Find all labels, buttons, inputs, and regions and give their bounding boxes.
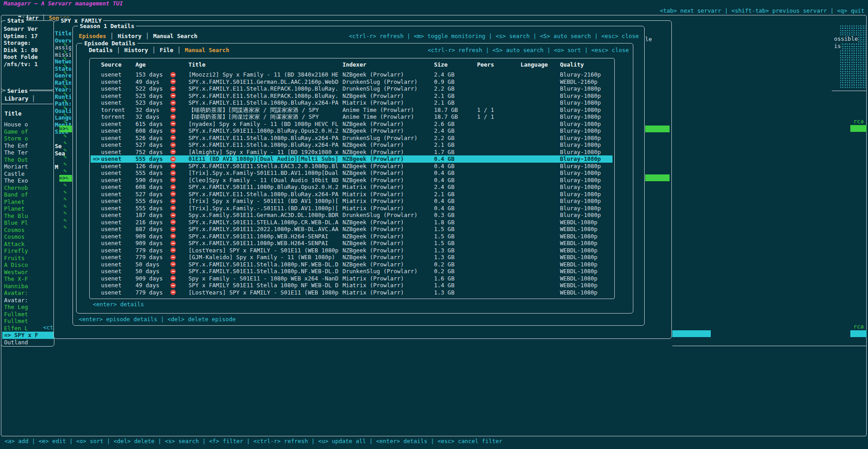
cell-size: 1.3 GB xyxy=(434,289,476,296)
search-result-row[interactable]: usenet779 days[LostYears] SPY x FAMILY -… xyxy=(90,247,614,254)
search-result-row[interactable]: usenet555 days[Trix].Spy.x.Family-S01E11… xyxy=(90,169,614,177)
search-result-row[interactable]: usenet522 daysSPY.x.FAMILY.E11.Stella.RE… xyxy=(90,85,614,92)
search-result-row[interactable]: usenet909 daysSpy x Family - S01E11 - 10… xyxy=(90,275,614,282)
search-result-row[interactable]: usenet887 daysSPY.x.FAMILY.S01E11.2022.1… xyxy=(90,226,614,233)
series-row[interactable]: Outland xyxy=(2,339,54,346)
tab-file[interactable]: File xyxy=(159,47,173,54)
tab-episodes[interactable]: Episodes xyxy=(79,33,106,40)
tab-history[interactable]: History xyxy=(124,47,148,54)
series-row[interactable]: The Out xyxy=(2,156,54,164)
search-result-row[interactable]: usenet216 daysSPY.x.FAMILY.S01E11.STELLA… xyxy=(90,219,614,226)
tab-library[interactable]: Library │ xyxy=(5,95,35,102)
series-row[interactable]: Castle xyxy=(2,170,54,178)
search-result-row[interactable]: usenet187 daysSpy.x.Family.S01E11.German… xyxy=(90,212,614,219)
search-result-row[interactable]: usenet527 daysSPY.x.FAMILY.E11.Stella.10… xyxy=(90,141,614,149)
search-result-row[interactable]: usenet608 daysSPY.x.FAMILY.S01E11.1080p.… xyxy=(90,183,614,191)
series-row[interactable]: Firefly xyxy=(2,247,54,255)
search-result-row[interactable]: usenet615 days[nyadex] Spy x Family - 11… xyxy=(90,121,614,128)
search-result-row[interactable]: usenet526 daysSPY.x.FAMILY.E11.Stella.10… xyxy=(90,135,614,142)
cell-source: usenet xyxy=(101,149,134,156)
series-row[interactable]: Fullmet xyxy=(2,311,54,318)
series-row[interactable]: Cosmos xyxy=(2,233,54,241)
app-title: Managarr — A Servarr management TUI xyxy=(4,0,123,7)
search-result-row[interactable]: usenet49 daysSPY.x.FAMILY.S01E11.German.… xyxy=(90,78,614,86)
search-result-row[interactable]: usenet909 daysSPY.x.FAMILY.S01E11.1080p.… xyxy=(90,240,614,247)
cell-language xyxy=(521,205,559,212)
column-header-title[interactable]: Title xyxy=(188,61,206,68)
search-result-row[interactable]: usenet50 daysSPY.x.FAMILY.S01E11.Stella.… xyxy=(90,261,614,268)
search-result-row[interactable]: usenet523 daysSPY.x.FAMILY.E11.Stella.RE… xyxy=(90,92,614,100)
stats-line: /nfs/tv: 1 xyxy=(4,61,52,68)
selected-episode-row-fragment[interactable]: =>✎ xyxy=(59,175,72,182)
series-row[interactable]: Attack xyxy=(2,241,54,248)
column-header-quality[interactable]: Quality xyxy=(560,61,584,68)
series-row[interactable]: The X-F xyxy=(2,275,54,283)
series-row[interactable]: The Ter xyxy=(2,149,54,156)
tab-history[interactable]: History xyxy=(118,33,142,40)
monitored-icon: ✎ xyxy=(63,203,67,210)
column-header-size[interactable]: Size xyxy=(434,61,448,68)
series-row[interactable]: Hanniba xyxy=(2,283,54,290)
search-result-row[interactable]: usenet779 days[GJM-Kaleido] Spy x Family… xyxy=(90,254,614,261)
series-row[interactable]: The Enf xyxy=(2,142,54,150)
series-row[interactable]: The Blu xyxy=(2,212,54,220)
search-result-row[interactable]: usenet555 days[Trix].Spy.x.Family.-.S01E… xyxy=(90,205,614,212)
season-details-modal-title: Season 1 Details xyxy=(78,23,136,30)
series-row[interactable]: Storm o xyxy=(2,135,54,142)
monitored-icon: ✎ xyxy=(63,48,67,55)
series-row[interactable]: Blue Pl xyxy=(2,219,54,227)
rejected-icon xyxy=(170,86,176,92)
series-row[interactable]: Westwor xyxy=(2,269,54,276)
series-row[interactable]: Planet xyxy=(2,205,54,212)
series-panel-title: Series xyxy=(5,87,29,95)
cell-age: 526 days xyxy=(135,135,169,142)
search-result-row[interactable]: usenet50 daysSPY.x.FAMILY.S01E11.Stella.… xyxy=(90,268,614,275)
series-row[interactable]: Chernob xyxy=(2,184,54,192)
series-row[interactable]: Fruits xyxy=(2,255,54,262)
series-row[interactable]: Band of xyxy=(2,191,54,198)
search-result-row[interactable]: torrent32 days【喵萌奶茶屋】[間諜過家家 / 間謀家家酒 / SP… xyxy=(90,106,614,114)
search-result-row[interactable]: usenet590 days[Cleo]Spy x Family - 11 (D… xyxy=(90,177,614,184)
series-row[interactable]: The Leg xyxy=(2,304,54,311)
search-result-row[interactable]: usenet779 days[LostYears] SPY x FAMILY -… xyxy=(90,289,614,296)
series-row[interactable]: Planet xyxy=(2,198,54,206)
series-row[interactable]: Avatar: xyxy=(2,297,54,304)
rejected-icon xyxy=(170,205,176,211)
tab-manual-search[interactable]: Manual Search xyxy=(185,47,229,54)
search-result-row[interactable]: usenet49 daysSPY x FAMILY S01E11 Stella … xyxy=(90,282,614,289)
cell-source: torrent xyxy=(101,113,134,121)
series-row[interactable]: The Exo xyxy=(2,177,54,184)
column-header-peers[interactable]: Peers xyxy=(477,61,494,68)
series-row[interactable]: Cosmos xyxy=(2,227,54,234)
series-row[interactable]: Moriart xyxy=(2,163,54,170)
search-result-row[interactable]: usenet752 days[Almighty] Spy x Family - … xyxy=(90,149,614,156)
series-row[interactable]: Game of xyxy=(2,128,54,135)
column-header-age[interactable]: Age xyxy=(135,61,146,68)
search-result-row[interactable]: usenet523 daysSPY.x.FAMILY.E11.Stella.10… xyxy=(90,99,614,106)
search-result-row[interactable]: usenet527 daysSPY.x.FAMILY.E11.Stella.10… xyxy=(90,191,614,198)
cell-quality: WEBDL-1080p xyxy=(560,226,612,233)
search-result-row[interactable]: usenet909 daysSPY.x.FAMILY.S01E11.1080p.… xyxy=(90,233,614,240)
selected-episode-row-fragment[interactable]: =>✎ xyxy=(59,126,72,132)
stats-line: Disk 1: 80 xyxy=(4,47,52,54)
field-label: Path: xyxy=(55,100,71,107)
cell-title: SPY.x.FAMILY.S01E11.STELLA.1080p.CR.WEB-… xyxy=(188,219,341,226)
search-result-row[interactable]: usenet153 days[Moozzi2] Spy x Family - 1… xyxy=(90,71,614,78)
column-header-source[interactable]: Source xyxy=(101,61,121,68)
column-header-indexer[interactable]: Indexer xyxy=(342,61,366,68)
tab-details[interactable]: Details xyxy=(89,47,113,54)
search-result-row[interactable]: =>usenet555 days01E11 (BD AV1 1080p)[Dua… xyxy=(90,155,614,163)
series-row-selected[interactable]: => SPY x F xyxy=(2,332,54,339)
cell-indexer: NZBgeek (Prowlarr) xyxy=(342,92,432,100)
search-result-row[interactable]: usenet608 daysSPY.x.FAMILY.S01E11.1080p.… xyxy=(90,127,614,135)
search-result-row[interactable]: usenet126 daysSPY.X.FAMILY.S01E11.Stella… xyxy=(90,163,614,170)
tab-manual-search[interactable]: Manual Search xyxy=(153,33,198,40)
search-result-row[interactable]: torrent32 days【喵萌奶茶屋】[间谍过家家 / 间谋家家酒 / SP… xyxy=(90,113,614,121)
series-row[interactable]: House o xyxy=(2,121,54,128)
search-result-row[interactable]: usenet555 days[Trix] Spy x Family - S01E… xyxy=(90,198,614,205)
series-row[interactable]: Avatar: xyxy=(2,290,54,297)
cell-peers xyxy=(477,121,519,128)
cell-size: 0.4 GB xyxy=(434,169,476,177)
series-row[interactable]: A Disco xyxy=(2,261,54,269)
column-header-language[interactable]: Language xyxy=(521,61,548,68)
